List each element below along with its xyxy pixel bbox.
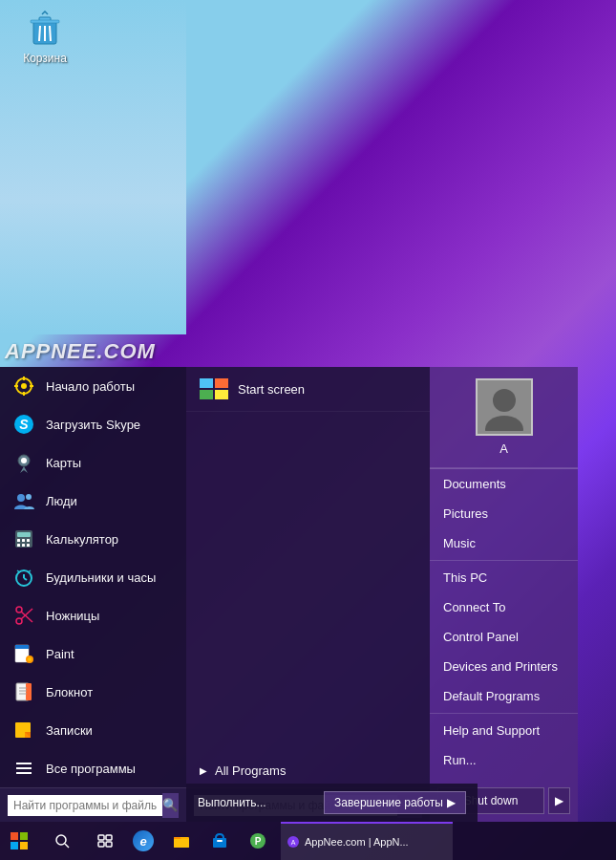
start-search-button[interactable]: 🔍: [162, 793, 179, 818]
start-item-stickynotes[interactable]: Записки: [0, 711, 186, 749]
svg-point-38: [28, 657, 32, 661]
right-item-music[interactable]: Music: [430, 528, 578, 558]
task-view-icon: [97, 833, 113, 849]
paint-icon: [11, 641, 36, 666]
svg-rect-24: [22, 544, 25, 547]
start-item-skype[interactable]: S Загрузить Skype: [0, 405, 186, 443]
maps-icon: [11, 450, 36, 475]
start-item-notepad[interactable]: Блокнот: [0, 673, 186, 711]
taskbar-pinned-1[interactable]: P: [239, 822, 277, 860]
maps-label: Карты: [46, 456, 81, 470]
right-item-defaultprograms[interactable]: Default Programs: [430, 681, 578, 711]
taskbar-store-button[interactable]: [201, 822, 239, 860]
svg-rect-20: [17, 539, 20, 542]
alarms-icon: [11, 565, 36, 590]
taskbar-ie-button[interactable]: e: [124, 822, 162, 860]
svg-rect-65: [213, 838, 226, 848]
right-item-helpandsupport[interactable]: Help and Support: [430, 716, 578, 745]
people-icon: [11, 488, 36, 513]
svg-rect-23: [17, 544, 20, 547]
allprograms-label: Все программы: [46, 762, 136, 776]
skype-label: Загрузить Skype: [46, 418, 140, 432]
start-item-people[interactable]: Люди: [0, 482, 186, 520]
skype-icon: S: [11, 412, 36, 437]
desktop: Корзина APPNEE.COM Начало работы S Загру…: [0, 0, 616, 860]
start-item-startup[interactable]: Начало работы: [0, 367, 186, 405]
start-menu-left-panel: Начало работы S Загрузить Skype Карты: [0, 367, 186, 822]
svg-point-57: [56, 835, 66, 845]
calc-label: Калькулятор: [46, 532, 118, 547]
right-item-thispc[interactable]: This PC: [430, 563, 578, 592]
avatar-svg: [480, 383, 528, 431]
user-avatar[interactable]: [476, 378, 533, 436]
svg-rect-62: [106, 842, 112, 847]
start-search-bar: 🔍: [0, 787, 186, 822]
svg-point-15: [21, 458, 27, 463]
taskbar-app-appnee[interactable]: A AppNee.com | AppN...: [281, 822, 453, 860]
start-search-input[interactable]: [8, 795, 162, 816]
search-icon: [54, 833, 70, 849]
svg-rect-2: [31, 20, 59, 23]
start-item-alarms[interactable]: Будильники и часы: [0, 558, 186, 596]
divider-2: [430, 713, 578, 714]
start-screen-item[interactable]: Start screen: [186, 367, 430, 412]
svg-rect-40: [26, 683, 32, 700]
notification-text: Выполнить...: [198, 796, 266, 809]
taskbar-explorer-button[interactable]: [162, 822, 201, 860]
svg-rect-54: [20, 832, 28, 840]
all-programs-item[interactable]: ▶ All Programs: [186, 754, 430, 787]
svg-point-16: [17, 494, 25, 502]
start-menu: Начало работы S Загрузить Skype Карты: [0, 367, 578, 822]
taskbar: e P: [0, 822, 616, 860]
svg-rect-36: [15, 645, 29, 649]
start-menu-middle-panel: Start screen ▶ All Programs 🔍: [186, 367, 430, 822]
start-item-calc[interactable]: Калькулятор: [0, 520, 186, 558]
start-screen-label: Start screen: [238, 382, 305, 397]
right-item-documents[interactable]: Documents: [430, 469, 578, 499]
svg-point-17: [26, 494, 32, 500]
notepad-label: Блокнот: [46, 685, 93, 699]
notepad-icon: [11, 679, 36, 704]
explorer-icon: [173, 832, 190, 849]
scissors-label: Ножницы: [46, 609, 99, 623]
right-item-pictures[interactable]: Pictures: [430, 499, 578, 528]
start-item-allprograms[interactable]: Все программы: [0, 749, 186, 787]
start-item-scissors[interactable]: Ножницы: [0, 596, 186, 634]
notification-overlay: Выполнить... Завершение работы ▶: [186, 784, 478, 822]
start-item-paint[interactable]: Paint: [0, 634, 186, 673]
startup-label: Начало работы: [46, 379, 135, 394]
svg-rect-59: [98, 835, 104, 840]
all-programs-arrow: ▶: [200, 765, 207, 776]
allprograms-icon: [11, 756, 36, 781]
svg-rect-64: [174, 839, 189, 848]
start-screen-icon: [200, 378, 228, 399]
recycle-bin-label: Корзина: [23, 52, 67, 65]
svg-point-51: [493, 389, 516, 412]
taskbar-task-view-button[interactable]: [86, 822, 124, 860]
svg-rect-61: [98, 842, 104, 847]
windows-logo-icon: [11, 832, 28, 849]
scissors-icon: [11, 603, 36, 628]
taskbar-search-button[interactable]: [38, 822, 86, 860]
notification-button[interactable]: Завершение работы ▶: [324, 791, 466, 814]
programs-list: Начало работы S Загрузить Skype Карты: [0, 367, 186, 787]
right-item-controlpanel[interactable]: Control Panel: [430, 622, 578, 652]
right-item-devicesandprinters[interactable]: Devices and Printers: [430, 652, 578, 681]
svg-rect-60: [106, 835, 112, 840]
all-programs-label: All Programs: [215, 763, 286, 778]
start-middle-content: [186, 412, 430, 754]
recycle-bin-icon[interactable]: Корзина: [11, 10, 78, 65]
right-item-connectto[interactable]: Connect To: [430, 592, 578, 622]
start-item-maps[interactable]: Карты: [0, 443, 186, 482]
people-label: Люди: [46, 494, 77, 508]
svg-rect-19: [17, 532, 31, 537]
svg-rect-66: [217, 840, 223, 842]
paint-label: Paint: [46, 647, 74, 661]
alarms-label: Будильники и часы: [46, 570, 156, 585]
right-item-run[interactable]: Run...: [430, 745, 578, 775]
svg-text:S: S: [19, 417, 29, 432]
stickynotes-icon: [11, 718, 36, 742]
svg-text:P: P: [255, 836, 262, 847]
taskbar-start-button[interactable]: [0, 822, 38, 860]
shutdown-arrow-button[interactable]: ▶: [548, 787, 570, 814]
